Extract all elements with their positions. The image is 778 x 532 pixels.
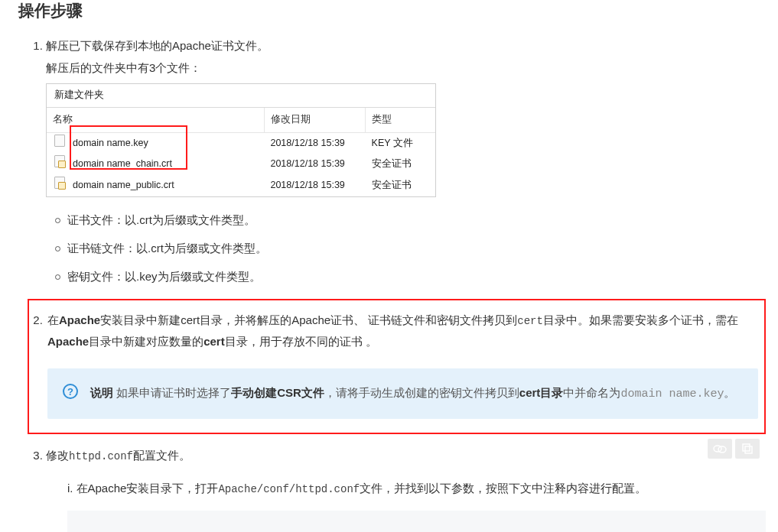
file-date: 2018/12/18 15:39 <box>264 132 365 154</box>
list-item: 密钥文件：以.key为后缀或文件类型。 <box>67 266 766 287</box>
list-item: 证书文件：以.crt为后缀或文件类型。 <box>67 209 766 230</box>
file-name: domain name_public.crt <box>73 180 174 190</box>
info-icon: ? <box>63 384 78 399</box>
code-line: #LoadModule ssl_module modules/mod_ssl.s… <box>84 527 749 532</box>
table-row: domain name_chain.crt 2018/12/18 15:39 安… <box>47 154 435 175</box>
text: 目录中新建对应数量的 <box>89 335 203 348</box>
file-date: 2018/12/18 15:39 <box>264 175 365 196</box>
file-icon <box>54 135 65 147</box>
col-type: 类型 <box>366 108 435 132</box>
file-explorer-box: 新建文件夹 名称 修改日期 类型 domain name.key 2018/12… <box>46 83 436 197</box>
inline-code-httpd: httpd.conf <box>69 450 133 462</box>
text: 文件，并找到以下参数，按照下文中注释内容进行配置。 <box>360 482 646 495</box>
step-1: 解压已下载保存到本地的Apache证书文件。 解压后的文件夹中有3个文件： 新建… <box>46 35 766 287</box>
folder-bar: 新建文件夹 <box>47 84 435 108</box>
text: 安装目录中新建cert目录，并将解压的Apache证书、 证书链文件和密钥文件拷… <box>100 313 517 326</box>
inline-code-cert: cert <box>517 315 543 327</box>
list-item: 证书链文件：以.crt为后缀或文件类型。 <box>67 238 766 258</box>
text: 在Apache安装目录下，打开 <box>76 482 219 495</box>
red-highlight-section: 在Apache安装目录中新建cert目录，并将解压的Apache证书、 证书链文… <box>28 299 766 435</box>
info-note: ? 说明 如果申请证书时选择了手动创建CSR文件，请将手动生成创建的密钥文件拷贝… <box>47 368 758 420</box>
file-type: 安全证书 <box>366 154 435 175</box>
code-block[interactable]: #LoadModule ssl_module modules/mod_ssl.s… <box>67 511 766 532</box>
note-tail: 。 <box>724 386 735 399</box>
svg-rect-2 <box>743 444 750 451</box>
chat-icon[interactable] <box>708 439 732 459</box>
cert-file-icon <box>54 155 65 167</box>
svg-point-1 <box>718 446 726 453</box>
copy-icon[interactable] <box>735 439 760 459</box>
substep-i: i.在Apache安装目录下，打开Apache/conf/httpd.conf文… <box>67 478 766 532</box>
page-heading: 操作步骤 <box>18 0 766 21</box>
col-name: 名称 <box>47 108 264 132</box>
bold-apache: Apache <box>47 335 89 348</box>
file-type: 安全证书 <box>366 175 435 196</box>
svg-rect-3 <box>745 446 752 453</box>
table-row: domain name_public.crt 2018/12/18 15:39 … <box>47 175 435 196</box>
text: 目录，用于存放不同的证书 。 <box>225 335 377 348</box>
file-table: 名称 修改日期 类型 domain name.key 2018/12/18 15… <box>47 108 435 196</box>
text: 在 <box>47 313 59 326</box>
col-date: 修改日期 <box>264 108 365 132</box>
inline-code-path: Apache/conf/httpd.conf <box>218 483 360 495</box>
file-name: domain name_chain.crt <box>73 158 172 169</box>
file-name: domain name.key <box>73 138 148 148</box>
note-code: domain name.key <box>620 388 724 401</box>
note-bold: 手动创建CSR文件 <box>231 386 324 399</box>
note-text: 中并命名为 <box>563 386 620 399</box>
note-bold: cert目录 <box>519 386 564 399</box>
bold-apache: Apache <box>59 313 100 326</box>
bold-cert: cert <box>203 335 225 348</box>
roman-marker: i. <box>67 482 73 495</box>
step-3: 修改httpd.conf配置文件。 i.在Apache安装目录下，打开Apach… <box>46 445 766 532</box>
step-2: 在Apache安装目录中新建cert目录，并将解压的Apache证书、 证书链文… <box>46 299 766 435</box>
step1-line2: 解压后的文件夹中有3个文件： <box>46 57 766 79</box>
file-type-list: 证书文件：以.crt为后缀或文件类型。 证书链文件：以.crt为后缀或文件类型。… <box>46 209 766 287</box>
file-date: 2018/12/18 15:39 <box>264 154 365 175</box>
text: 目录中。如果需要安装多个证书，需在 <box>543 313 738 326</box>
cert-file-icon <box>54 177 65 189</box>
note-bold: 说明 <box>90 386 113 399</box>
note-text: ，请将手动生成创建的密钥文件拷贝到 <box>324 386 519 399</box>
note-text: 如果申请证书时选择了 <box>113 386 231 399</box>
table-row: domain name.key 2018/12/18 15:39 KEY 文件 <box>47 132 435 154</box>
text: 配置文件。 <box>133 449 190 462</box>
floating-action-icons <box>708 439 760 459</box>
text: 修改 <box>46 449 69 462</box>
substeps: i.在Apache安装目录下，打开Apache/conf/httpd.conf文… <box>46 478 766 532</box>
file-type: KEY 文件 <box>366 132 435 154</box>
step1-line1: 解压已下载保存到本地的Apache证书文件。 <box>46 35 766 57</box>
